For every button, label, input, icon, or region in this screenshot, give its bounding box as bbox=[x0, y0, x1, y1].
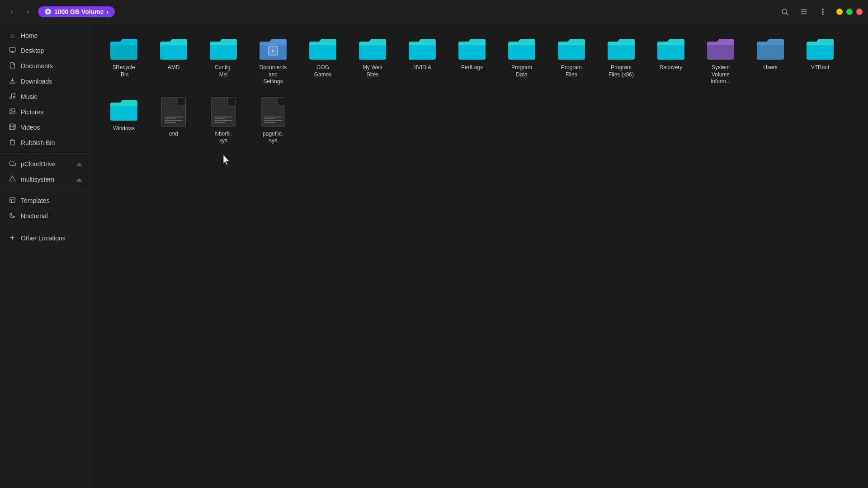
sidebar-label-pictures: Pictures bbox=[21, 108, 44, 116]
sidebar-item-downloads[interactable]: Downloads bbox=[0, 74, 90, 89]
folder-config-msi[interactable]: Config.Msi bbox=[201, 33, 246, 89]
svg-rect-8 bbox=[9, 47, 15, 52]
folder-gog-games[interactable]: GOGGames bbox=[300, 33, 345, 89]
back-button[interactable]: ‹ bbox=[5, 5, 18, 18]
folder-label: GOGGames bbox=[314, 64, 332, 78]
menu-icon[interactable] bbox=[816, 5, 829, 18]
trash-icon bbox=[8, 139, 16, 147]
sidebar-item-home[interactable]: ⌂ Home bbox=[0, 28, 90, 43]
sidebar-label-home: Home bbox=[21, 32, 38, 39]
folder-label: Windows bbox=[113, 125, 135, 132]
sidebar-divider-2 bbox=[0, 190, 90, 190]
svg-point-15 bbox=[11, 110, 12, 111]
file-pagefile[interactable]: pagefile.sys bbox=[250, 94, 296, 148]
folder-windows[interactable]: Windows bbox=[101, 94, 146, 148]
svg-point-7 bbox=[822, 14, 823, 14]
file-hiberfil[interactable]: hiberfil.sys bbox=[201, 94, 246, 148]
folder-program-files-x86[interactable]: ProgramFiles (x86) bbox=[599, 33, 644, 89]
folder-label: ProgramData bbox=[511, 64, 532, 78]
folder-program-data[interactable]: ProgramData bbox=[499, 33, 544, 89]
folder-users[interactable]: Users bbox=[748, 33, 793, 89]
svg-point-13 bbox=[13, 96, 15, 98]
window-controls bbox=[836, 9, 863, 15]
doc-icon bbox=[211, 97, 236, 127]
file-label: end bbox=[169, 131, 178, 138]
svg-rect-28 bbox=[269, 46, 278, 55]
multisystem-eject-icon[interactable]: ⏏ bbox=[76, 176, 82, 183]
svg-rect-25 bbox=[9, 197, 14, 202]
sidebar-item-music[interactable]: Music bbox=[0, 89, 90, 104]
folder-label: ProgramFiles bbox=[561, 64, 582, 78]
file-area: $Recycle.Bin AMD bbox=[90, 23, 868, 488]
nocturnal-icon bbox=[8, 212, 16, 220]
volume-label: 1000 GB Volume bbox=[54, 8, 104, 15]
folder-label: Config.Msi bbox=[215, 64, 232, 78]
file-label: hiberfil.sys bbox=[215, 131, 232, 145]
desktop-icon bbox=[8, 47, 16, 55]
multisystem-icon bbox=[8, 175, 16, 183]
sidebar-item-documents[interactable]: Documents bbox=[0, 58, 90, 74]
forward-button[interactable]: › bbox=[22, 5, 34, 18]
settings-icon[interactable] bbox=[797, 5, 810, 18]
sidebar-item-pcloud[interactable]: pCloudDrive ⏏ bbox=[0, 156, 90, 172]
folder-label: SystemVolumeInform... bbox=[711, 64, 731, 85]
folder-vtroot[interactable]: VTRoot bbox=[797, 33, 843, 89]
svg-point-6 bbox=[822, 11, 823, 12]
svg-point-5 bbox=[822, 9, 823, 9]
folder-perflogs[interactable]: PerfLogs bbox=[449, 33, 495, 89]
topbar: ‹ › 💿 1000 GB Volume › bbox=[0, 0, 868, 23]
disk-icon: 💿 bbox=[44, 8, 52, 15]
folder-nvidia[interactable]: NVIDIA bbox=[400, 33, 445, 89]
other-icon: + bbox=[8, 233, 16, 243]
minimize-button[interactable] bbox=[836, 9, 843, 15]
search-icon[interactable] bbox=[778, 5, 791, 18]
doc-icon bbox=[161, 97, 186, 127]
sidebar-divider-1 bbox=[0, 153, 90, 154]
downloads-icon bbox=[8, 77, 16, 85]
sidebar-item-multisystem[interactable]: multisystem ⏏ bbox=[0, 172, 90, 187]
sidebar-item-other[interactable]: + Other Locations bbox=[0, 230, 90, 246]
folder-label: My WebSites bbox=[363, 64, 382, 78]
folder-recovery[interactable]: Recovery bbox=[648, 33, 693, 89]
svg-marker-24 bbox=[9, 176, 15, 181]
sidebar-label-documents: Documents bbox=[21, 62, 53, 70]
folder-system-volume[interactable]: SystemVolumeInform... bbox=[698, 33, 743, 89]
sidebar-item-templates[interactable]: Templates bbox=[0, 193, 90, 208]
folder-label: $Recycle.Bin bbox=[113, 64, 135, 78]
folder-label: AMD bbox=[168, 64, 180, 71]
svg-line-1 bbox=[786, 13, 788, 15]
folder-label: PerfLogs bbox=[461, 64, 483, 71]
file-grid: $Recycle.Bin AMD bbox=[101, 33, 857, 148]
sidebar-item-desktop[interactable]: Desktop bbox=[0, 43, 90, 58]
sidebar-label-pcloud: pCloudDrive bbox=[21, 160, 56, 168]
sidebar-label-multisystem: multisystem bbox=[21, 176, 54, 183]
close-button[interactable] bbox=[856, 9, 863, 15]
sidebar-label-rubbish: Rubbish Bin bbox=[21, 139, 55, 146]
sidebar-label-other: Other Locations bbox=[21, 235, 66, 242]
svg-point-12 bbox=[9, 97, 11, 99]
folder-label: DocumentsandSettings bbox=[259, 64, 287, 85]
folder-documents-settings[interactable]: DocumentsandSettings bbox=[250, 33, 296, 89]
folder-label: ProgramFiles (x86) bbox=[609, 64, 634, 78]
folder-label: VTRoot bbox=[811, 64, 830, 71]
file-end[interactable]: end bbox=[151, 94, 196, 148]
home-icon: ⌂ bbox=[8, 32, 16, 39]
sidebar-label-music: Music bbox=[21, 93, 38, 100]
pcloud-icon bbox=[8, 160, 16, 168]
maximize-button[interactable] bbox=[846, 9, 853, 15]
sidebar-label-desktop: Desktop bbox=[21, 47, 44, 54]
folder-my-web-sites[interactable]: My WebSites bbox=[350, 33, 395, 89]
breadcrumb-volume[interactable]: 💿 1000 GB Volume › bbox=[38, 6, 115, 17]
sidebar-item-videos[interactable]: Videos bbox=[0, 120, 90, 135]
file-label: pagefile.sys bbox=[263, 131, 283, 145]
sidebar-label-templates: Templates bbox=[21, 197, 50, 204]
pcloud-eject-icon[interactable]: ⏏ bbox=[76, 161, 82, 168]
folder-program-files[interactable]: ProgramFiles bbox=[549, 33, 594, 89]
folder-amd[interactable]: AMD bbox=[151, 33, 196, 89]
sidebar-item-pictures[interactable]: Pictures bbox=[0, 104, 90, 120]
music-icon bbox=[8, 93, 16, 101]
sidebar-item-nocturnal[interactable]: Nocturnal bbox=[0, 208, 90, 224]
folder-recycle-bin[interactable]: $Recycle.Bin bbox=[101, 33, 146, 89]
videos-icon bbox=[8, 123, 16, 131]
sidebar-item-rubbish[interactable]: Rubbish Bin bbox=[0, 135, 90, 150]
